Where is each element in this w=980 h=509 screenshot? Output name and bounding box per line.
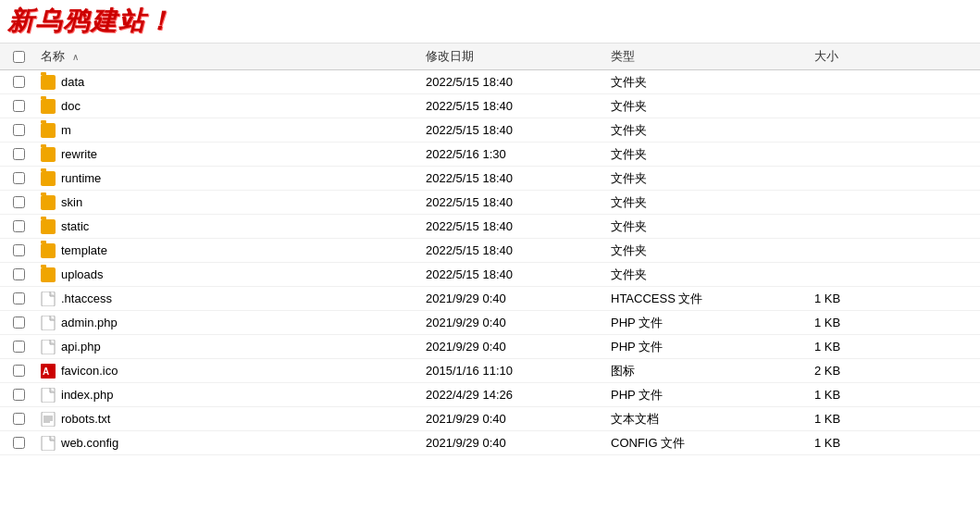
column-header-size[interactable]: 大小: [814, 48, 907, 65]
file-name-cell: data: [37, 75, 426, 90]
svg-rect-29: [42, 436, 55, 451]
folder-icon: [41, 219, 56, 234]
table-row[interactable]: runtime2022/5/15 18:40文件夹: [0, 167, 980, 191]
file-name-cell: static: [37, 219, 426, 234]
row-checkbox-container: [0, 220, 37, 232]
table-row[interactable]: admin.php2021/9/29 0:40PHP 文件1 KB: [0, 311, 980, 335]
folder-icon: [41, 75, 56, 90]
table-row[interactable]: template2022/5/15 18:40文件夹: [0, 239, 980, 263]
table-row[interactable]: rewrite2022/5/16 1:30文件夹: [0, 143, 980, 167]
file-name-cell: m: [37, 123, 426, 138]
column-header-type[interactable]: 类型: [611, 48, 814, 65]
column-header-name[interactable]: 名称 ∧: [37, 48, 426, 65]
folder-icon: [41, 195, 56, 210]
select-all-checkbox-container[interactable]: [0, 51, 37, 63]
row-checkbox[interactable]: [13, 172, 25, 184]
row-checkbox[interactable]: [13, 220, 25, 232]
table-row[interactable]: index.php2022/4/29 14:26PHP 文件1 KB: [0, 383, 980, 407]
table-row[interactable]: m2022/5/15 18:40文件夹: [0, 118, 980, 143]
row-checkbox[interactable]: [13, 413, 25, 425]
file-type: 文件夹: [611, 218, 814, 235]
row-checkbox[interactable]: [13, 124, 25, 136]
row-checkbox[interactable]: [13, 389, 25, 401]
folder-icon: [41, 243, 56, 258]
row-checkbox-container: [0, 292, 37, 304]
file-type: PHP 文件: [611, 387, 814, 403]
table-row[interactable]: robots.txt2021/9/29 0:40文本文档1 KB: [0, 407, 980, 431]
svg-rect-11: [41, 197, 46, 201]
file-date: 2022/5/15 18:40: [426, 171, 611, 185]
table-row[interactable]: static2022/5/15 18:40文件夹: [0, 215, 980, 239]
file-size: 1 KB: [814, 292, 907, 305]
file-date: 2022/5/15 18:40: [426, 195, 611, 209]
file-date: 2021/9/29 0:40: [426, 292, 611, 305]
file-date: 2022/4/29 14:26: [426, 388, 611, 402]
file-type: 文件夹: [611, 242, 814, 259]
svg-rect-20: [42, 340, 55, 354]
file-type: CONFIG 文件: [611, 435, 814, 452]
row-checkbox[interactable]: [13, 196, 25, 208]
file-name: data: [61, 75, 84, 89]
file-name-cell: runtime: [37, 171, 426, 186]
row-checkbox[interactable]: [13, 365, 25, 377]
file-name: template: [61, 243, 107, 257]
row-checkbox-container: [0, 413, 37, 425]
row-checkbox[interactable]: [13, 292, 25, 304]
row-checkbox[interactable]: [13, 244, 25, 256]
select-all-checkbox[interactable]: [13, 51, 25, 63]
table-row[interactable]: api.php2021/9/29 0:40PHP 文件1 KB: [0, 335, 980, 359]
file-type: 文件夹: [611, 170, 814, 187]
page-title: 新乌鸦建站！: [7, 4, 174, 39]
table-row[interactable]: web.config2021/9/29 0:40CONFIG 文件1 KB: [0, 431, 980, 455]
row-checkbox-container: [0, 172, 37, 184]
svg-rect-9: [41, 173, 46, 177]
table-row[interactable]: uploads2022/5/15 18:40文件夹: [0, 263, 980, 287]
file-name-cell: web.config: [37, 436, 426, 451]
row-checkbox[interactable]: [13, 437, 25, 449]
file-date: 2022/5/16 1:30: [426, 147, 611, 161]
row-checkbox-container: [0, 100, 37, 112]
file-name: index.php: [61, 388, 113, 402]
table-row[interactable]: doc2022/5/15 18:40文件夹: [0, 94, 980, 118]
file-type: 文件夹: [611, 194, 814, 211]
row-checkbox[interactable]: [13, 341, 25, 353]
header-bar: 新乌鸦建站！: [0, 0, 980, 43]
file-size: 1 KB: [814, 436, 907, 450]
row-checkbox[interactable]: [13, 268, 25, 280]
column-header-date[interactable]: 修改日期: [426, 48, 611, 65]
svg-rect-24: [42, 412, 55, 427]
file-name: doc: [61, 99, 81, 113]
file-type: HTACCESS 文件: [611, 291, 814, 307]
folder-icon: [41, 147, 56, 162]
row-checkbox-container: [0, 437, 37, 449]
row-checkbox-container: [0, 76, 37, 88]
row-checkbox[interactable]: [13, 76, 25, 88]
file-date: 2015/1/16 11:10: [426, 364, 611, 378]
svg-rect-5: [41, 125, 46, 129]
row-checkbox[interactable]: [13, 317, 25, 329]
table-row[interactable]: skin2022/5/15 18:40文件夹: [0, 191, 980, 215]
table-row[interactable]: .htaccess2021/9/29 0:40HTACCESS 文件1 KB: [0, 287, 980, 311]
file-name: robots.txt: [61, 412, 110, 426]
file-explorer: 新乌鸦建站！ 名称 ∧ 修改日期 类型 大小 data2022/5/15 18:…: [0, 0, 980, 509]
file-name-cell: robots.txt: [37, 412, 426, 427]
row-checkbox-container: [0, 341, 37, 353]
file-icon: [41, 436, 56, 451]
row-checkbox[interactable]: [13, 100, 25, 112]
file-type: 图标: [611, 363, 814, 379]
file-type: 文件夹: [611, 74, 814, 91]
svg-rect-23: [42, 388, 55, 403]
table-row[interactable]: A favicon.ico2015/1/16 11:10图标2 KB: [0, 359, 980, 383]
file-icon: [41, 292, 56, 306]
file-name: .htaccess: [61, 292, 112, 305]
table-row[interactable]: data2022/5/15 18:40文件夹: [0, 70, 980, 94]
file-icon: [41, 340, 56, 354]
row-checkbox-container: [0, 124, 37, 136]
file-date: 2021/9/29 0:40: [426, 412, 611, 426]
file-name-cell: skin: [37, 195, 426, 210]
svg-rect-17: [41, 269, 46, 273]
file-name: rewrite: [61, 147, 97, 161]
row-checkbox[interactable]: [13, 148, 25, 160]
svg-rect-3: [41, 101, 46, 105]
svg-rect-19: [42, 316, 55, 330]
